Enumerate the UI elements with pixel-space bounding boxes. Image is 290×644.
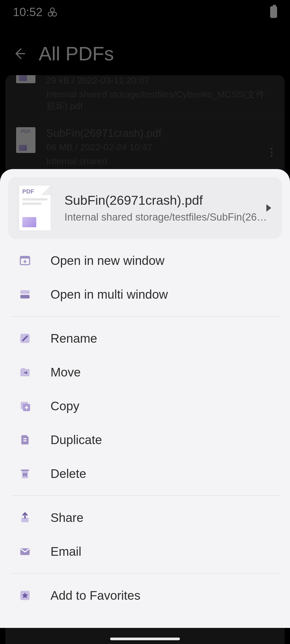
share-icon <box>19 511 31 524</box>
move-item[interactable]: Move <box>0 355 290 389</box>
email-icon <box>19 545 31 558</box>
new-window-icon <box>19 254 31 267</box>
rename-icon <box>19 332 31 345</box>
svg-rect-7 <box>22 471 28 478</box>
svg-rect-1 <box>20 257 30 259</box>
pdf-thumbnail-icon: PDF <box>19 185 51 231</box>
email-item[interactable]: Email <box>0 535 290 568</box>
open-multi-window-item[interactable]: Open in multi window <box>0 277 290 311</box>
duplicate-icon <box>19 434 31 446</box>
sheet-file-path: Internal shared storage/testfiles/SubFin… <box>64 211 271 223</box>
copy-icon <box>19 400 31 412</box>
menu-label: Open in new window <box>50 253 164 268</box>
rename-item[interactable]: Rename <box>0 321 290 355</box>
star-icon <box>19 589 31 602</box>
menu-label: Add to Favorites <box>50 588 140 603</box>
menu-label: Email <box>50 544 81 559</box>
add-favorites-item[interactable]: Add to Favorites <box>0 579 290 612</box>
move-icon <box>19 366 31 378</box>
share-item[interactable]: Share <box>0 501 290 535</box>
menu-label: Duplicate <box>50 433 102 447</box>
svg-rect-2 <box>20 290 30 294</box>
action-sheet: PDF SubFin(26971crash).pdf Internal shar… <box>0 169 290 628</box>
open-new-window-item[interactable]: Open in new window <box>0 244 290 277</box>
svg-rect-8 <box>21 470 29 471</box>
gesture-bar <box>110 638 180 640</box>
delete-item[interactable]: Delete <box>0 457 290 491</box>
chevron-right-icon <box>266 204 271 212</box>
menu-label: Share <box>50 510 84 525</box>
menu-label: Move <box>50 365 81 379</box>
svg-rect-3 <box>20 295 30 298</box>
menu-label: Rename <box>50 331 97 346</box>
menu-label: Delete <box>50 466 86 481</box>
delete-icon <box>19 467 31 480</box>
multi-window-icon <box>19 288 31 301</box>
sheet-file-name: SubFin(26971crash).pdf <box>64 193 271 208</box>
menu-label: Open in multi window <box>50 287 168 302</box>
sheet-file-header[interactable]: PDF SubFin(26971crash).pdf Internal shar… <box>8 177 282 239</box>
menu-label: Copy <box>50 399 79 413</box>
duplicate-item[interactable]: Duplicate <box>0 423 290 457</box>
copy-item[interactable]: Copy <box>0 389 290 423</box>
